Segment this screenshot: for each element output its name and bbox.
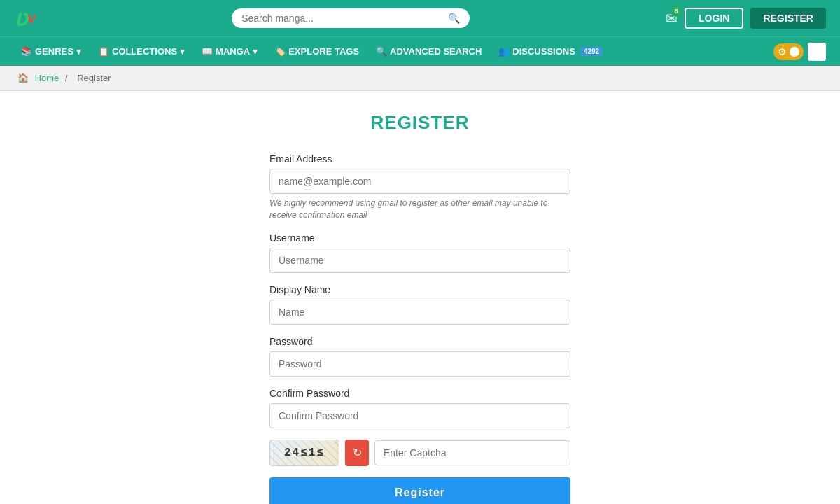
sidebar-item-advanced-search[interactable]: 🔍 ADVANCED SEARCH [369,42,489,61]
main-content: REGISTER Email Address We highly recomme… [0,91,840,504]
breadcrumb-current: Register [77,73,111,83]
confirm-password-group: Confirm Password [270,388,570,428]
manga-label: MANGA [216,46,250,57]
genres-icon: 📚 [21,46,32,57]
sidebar-item-explore-tags[interactable]: 🏷️ EXPLORE TAGS [267,42,366,61]
discussions-label: DISCUSSIONS [512,46,575,57]
search-bar: 🔍 [232,8,470,28]
header: ʋ v 🔍 ✉ 8 LOGIN REGISTER [0,0,840,36]
breadcrumb-separator: / [65,73,68,83]
home-icon: 🏠 [18,73,29,83]
display-name-field[interactable] [270,300,570,325]
mail-button[interactable]: ✉ 8 [666,10,678,27]
password-label: Password [270,336,570,347]
username-field[interactable] [270,248,570,273]
theme-toggle[interactable]: ⚙ [774,43,804,60]
discussions-badge: 4292 [580,47,603,56]
white-mode-button[interactable] [808,43,826,61]
email-label: Email Address [270,153,570,164]
logo-icon-v2: v [27,9,36,27]
genres-label: GENRES [35,46,74,57]
manga-chevron: ▾ [253,46,258,57]
register-header-button[interactable]: REGISTER [750,8,826,29]
advanced-search-icon: 🔍 [376,46,387,57]
email-group: Email Address We highly recommend using … [270,153,570,221]
email-field[interactable] [270,169,570,194]
discussions-icon: 👥 [498,46,510,57]
toggle-circle [790,47,799,57]
collections-chevron: ▾ [180,46,185,57]
manga-icon: 📖 [202,46,213,57]
sidebar-item-manga[interactable]: 📖 MANGA ▾ [195,42,265,61]
password-field[interactable] [270,351,570,377]
password-group: Password [270,336,570,377]
search-icon: 🔍 [448,13,460,24]
captcha-row: 24≤1≤ ↻ [270,440,570,466]
display-name-group: Display Name [270,284,570,325]
genres-chevron: ▾ [76,46,81,57]
login-button[interactable]: LOGIN [685,8,743,29]
username-group: Username [270,232,570,273]
nav-items: 📚 GENRES ▾ 📋 COLLECTIONS ▾ 📖 MANGA ▾ 🏷️ … [14,42,610,61]
navbar: 📚 GENRES ▾ 📋 COLLECTIONS ▾ 📖 MANGA ▾ 🏷️ … [0,36,840,66]
gear-icon: ⚙ [778,46,787,57]
captcha-refresh-button[interactable]: ↻ [345,440,369,466]
sidebar-item-collections[interactable]: 📋 COLLECTIONS ▾ [91,42,192,61]
captcha-input[interactable] [374,440,570,465]
captcha-image: 24≤1≤ [270,440,340,466]
logo-icon-v1: ʋ [14,5,27,31]
sidebar-item-genres[interactable]: 📚 GENRES ▾ [14,42,88,61]
logo[interactable]: ʋ v [14,5,36,31]
sidebar-item-discussions[interactable]: 👥 DISCUSSIONS 4292 [491,42,610,61]
collections-label: COLLECTIONS [112,46,177,57]
register-submit-button[interactable]: Register [270,477,570,504]
search-input[interactable] [241,13,448,24]
mail-badge: 8 [671,6,682,17]
captcha-text: 24≤1≤ [284,447,325,459]
nav-right: ⚙ [774,43,826,61]
advanced-search-label: ADVANCED SEARCH [390,46,482,57]
username-label: Username [270,232,570,244]
collections-icon: 📋 [98,46,109,57]
display-name-label: Display Name [270,284,570,295]
confirm-password-label: Confirm Password [270,388,570,399]
breadcrumb-home[interactable]: Home [35,73,59,83]
header-right: ✉ 8 LOGIN REGISTER [666,8,826,29]
explore-tags-label: EXPLORE TAGS [288,46,359,57]
form-title: REGISTER [270,112,570,134]
confirm-password-field[interactable] [270,403,570,428]
email-hint: We highly recommend using gmail to regis… [270,197,570,221]
breadcrumb: 🏠 Home / Register [0,66,840,91]
explore-tags-icon: 🏷️ [274,46,286,57]
register-form-container: REGISTER Email Address We highly recomme… [270,112,570,504]
